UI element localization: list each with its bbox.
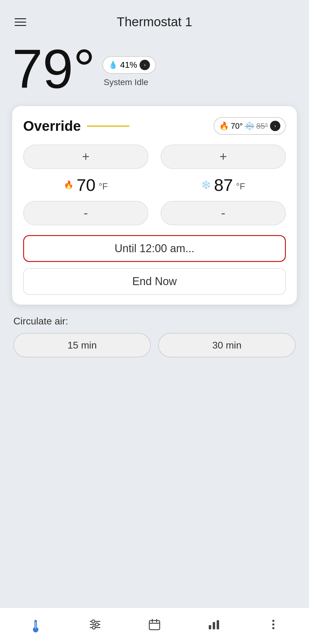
circulate-section: Circulate air: 15 min 30 min — [12, 316, 297, 357]
current-temperature: 79° — [12, 41, 95, 96]
svg-point-6 — [92, 620, 95, 623]
calendar-icon — [148, 618, 161, 633]
svg-point-7 — [95, 623, 98, 626]
heat-setpoint: 70° — [231, 121, 243, 131]
sliders-icon — [89, 619, 101, 633]
main-content: 79° 💧 41% › System Idle Override 🔥 70° ❄… — [0, 35, 309, 607]
nav-more[interactable] — [261, 614, 286, 638]
end-now-button[interactable]: End Now — [23, 268, 286, 295]
svg-point-8 — [92, 626, 95, 629]
nav-schedule[interactable] — [142, 614, 167, 638]
temp-info: 💧 41% › System Idle — [102, 56, 156, 87]
svg-rect-9 — [149, 621, 160, 630]
heat-plus-button[interactable]: + — [23, 145, 148, 169]
circulate-buttons: 15 min 30 min — [13, 333, 296, 357]
humidity-badge[interactable]: 💧 41% › — [102, 56, 156, 74]
circulate-30min-label: 30 min — [212, 340, 241, 351]
menu-button[interactable] — [12, 16, 29, 28]
circulate-label: Circulate air: — [13, 316, 296, 327]
cool-temp-value: 87 — [214, 175, 233, 195]
nav-charts[interactable] — [202, 614, 226, 638]
circulate-15min-button[interactable]: 15 min — [13, 333, 151, 357]
heat-minus-button[interactable]: - — [23, 201, 148, 225]
nav-thermostat[interactable] — [23, 614, 48, 638]
heat-temp-value: 70 — [76, 175, 95, 195]
more-dots-icon — [268, 619, 279, 633]
cool-setpoint: 85° — [256, 121, 268, 131]
controls-grid: + + 🔥 70 °F ❄️ 87 °F - — [23, 145, 286, 225]
circulate-30min-button[interactable]: 30 min — [158, 333, 296, 357]
system-status: System Idle — [104, 77, 148, 87]
cool-temp-display: ❄️ 87 °F — [161, 175, 286, 195]
svg-rect-15 — [217, 620, 219, 629]
heat-temp-unit: °F — [98, 181, 108, 191]
heat-display-icon: 🔥 — [64, 180, 73, 190]
temp-range-badge[interactable]: 🔥 70° ❄️ 85° › — [214, 117, 286, 135]
override-title-row: Override — [23, 118, 130, 134]
heat-icon: 🔥 — [219, 121, 229, 131]
until-button[interactable]: Until 12:00 am... — [23, 235, 286, 262]
svg-rect-13 — [209, 625, 211, 629]
cool-icon: ❄️ — [245, 121, 254, 131]
humidity-nav-icon: › — [140, 60, 150, 70]
humidity-value: 41% — [120, 60, 137, 70]
cool-plus-button[interactable]: + — [161, 145, 286, 169]
override-line-divider — [87, 125, 130, 127]
page-title: Thermostat 1 — [29, 15, 280, 29]
svg-point-17 — [272, 624, 274, 626]
svg-rect-14 — [213, 622, 215, 629]
until-label: Until 12:00 am... — [115, 242, 194, 255]
end-now-label: End Now — [132, 275, 177, 288]
svg-rect-2 — [35, 622, 36, 628]
bottom-nav — [0, 607, 309, 644]
cool-temp-unit: °F — [236, 181, 245, 191]
temperature-section: 79° 💧 41% › System Idle — [12, 41, 297, 96]
badge-nav-icon: › — [270, 121, 280, 131]
nav-controls[interactable] — [83, 614, 107, 638]
thermometer-icon — [30, 619, 41, 633]
svg-point-16 — [272, 620, 274, 622]
header: Thermostat 1 — [0, 0, 309, 35]
override-header: Override 🔥 70° ❄️ 85° › — [23, 117, 286, 135]
cool-display-icon: ❄️ — [201, 180, 211, 190]
override-title: Override — [23, 118, 81, 134]
svg-point-18 — [272, 627, 274, 629]
circulate-15min-label: 15 min — [67, 340, 97, 351]
cool-minus-button[interactable]: - — [161, 201, 286, 225]
bar-chart-icon — [208, 618, 220, 633]
override-card: Override 🔥 70° ❄️ 85° › + + 🔥 — [12, 106, 297, 305]
heat-temp-display: 🔥 70 °F — [23, 175, 148, 195]
humidity-icon: 💧 — [108, 61, 118, 69]
